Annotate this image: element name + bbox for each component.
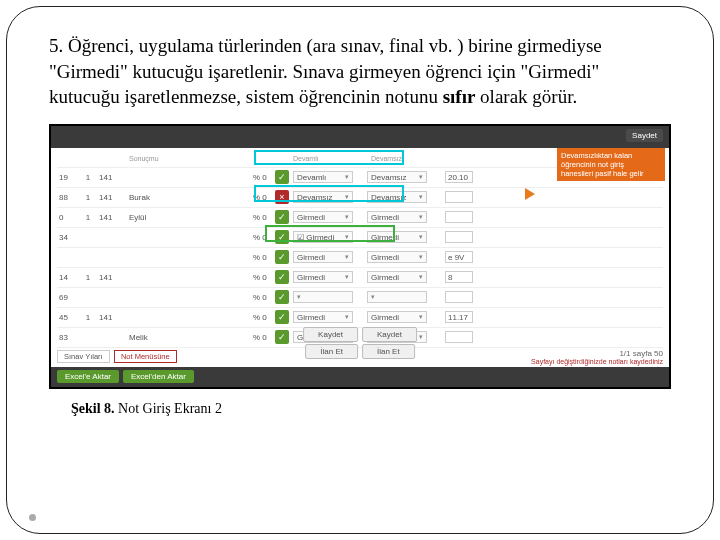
value-box[interactable]: 8 xyxy=(445,271,473,283)
dropdown-1[interactable]: Devamsız▾ xyxy=(293,191,353,203)
value-box[interactable] xyxy=(445,231,473,243)
cell-sn: 0 xyxy=(59,213,77,222)
cell-sn: 83 xyxy=(59,333,77,342)
dropdown-2[interactable]: Girmedi▾ xyxy=(367,271,427,283)
caption-text: Not Giriş Ekranı 2 xyxy=(115,401,222,416)
value-box[interactable]: e 9V xyxy=(445,251,473,263)
cell-pct: % 0 xyxy=(253,333,271,342)
dropdown-1[interactable]: ▾ xyxy=(293,291,353,303)
kaydet-button[interactable]: Kaydet xyxy=(303,327,358,342)
excel-import-button[interactable]: Excel'den Aktar xyxy=(123,370,194,383)
status-badge[interactable]: ✓ xyxy=(275,290,289,304)
pager-text: 1/1 sayfa 50 xyxy=(531,349,663,358)
value-box[interactable] xyxy=(445,291,473,303)
cell-no: 1 xyxy=(81,313,95,322)
status-badge[interactable]: ✓ xyxy=(275,250,289,264)
kaydet-button-2[interactable]: Kaydet xyxy=(362,327,417,342)
cell-id: 141 xyxy=(99,313,125,322)
cell-id: 141 xyxy=(99,193,125,202)
top-save-button[interactable]: Saydet xyxy=(626,129,663,142)
value-box[interactable] xyxy=(445,211,473,223)
cell-id: 141 xyxy=(99,173,125,182)
cell-pct: % 0 xyxy=(253,253,271,262)
cell-id: 141 xyxy=(99,273,125,282)
dropdown-2[interactable]: Girmedi▾ xyxy=(367,211,427,223)
status-badge[interactable]: ✓ xyxy=(275,310,289,324)
cell-pct: % 0 xyxy=(253,233,271,242)
cell-sn: 45 xyxy=(59,313,77,322)
cell-no: 1 xyxy=(81,173,95,182)
dropdown-2[interactable]: Devamsız▾ xyxy=(367,171,427,183)
cell-sn: 19 xyxy=(59,173,77,182)
dropdown-1[interactable]: Girmedi▾ xyxy=(293,211,353,223)
table-row: 34% 0✓☑ Girmedi▾Girmedi▾ xyxy=(57,228,663,248)
tab-sinav[interactable]: Sınav Yıları xyxy=(57,350,110,363)
value-box[interactable] xyxy=(445,331,473,343)
cell-no: 1 xyxy=(81,213,95,222)
warning-callout: Devamsızlıktan kalan öğrencinin not giri… xyxy=(557,148,665,181)
status-badge[interactable]: ✓ xyxy=(275,330,289,344)
table-row: 01141Eylül% 0✓Girmedi▾Girmedi▾ xyxy=(57,208,663,228)
status-badge[interactable]: ✓ xyxy=(275,270,289,284)
footer-hint: Sayfayı değiştirdiğinizde notları kayded… xyxy=(531,358,663,365)
status-badge[interactable]: ✓ xyxy=(275,170,289,184)
dropdown-1[interactable]: ☑ Girmedi▾ xyxy=(293,231,353,243)
instruction-bold: sıfır xyxy=(443,86,476,107)
callout-arrow-icon xyxy=(525,188,535,200)
cell-sn: 14 xyxy=(59,273,77,282)
slide-bullet-icon xyxy=(29,514,36,521)
caption-label: Şekil 8. xyxy=(71,401,115,416)
table-row: 69% 0✓▾▾ xyxy=(57,288,663,308)
table-row: 881141Burak% 0×Devamsız▾Devamsız▾ xyxy=(57,188,663,208)
grade-grid: Devamsızlıktan kalan öğrencinin not giri… xyxy=(51,148,669,338)
grid-footer: Sınav Yıları Not Menüsüne 1/1 sayfa 50 S… xyxy=(57,349,663,365)
bottom-toolbar: Excel'e Aktar Excel'den Aktar xyxy=(51,367,669,387)
cell-pct: % 0 xyxy=(253,313,271,322)
cell-pct: % 0 xyxy=(253,213,271,222)
cell-sn: 69 xyxy=(59,293,77,302)
cell-no: 1 xyxy=(81,273,95,282)
dropdown-1[interactable]: Girmedi▾ xyxy=(293,271,353,283)
status-badge[interactable]: × xyxy=(275,190,289,204)
value-box[interactable]: 20.10 xyxy=(445,171,473,183)
cell-pct: % 0 xyxy=(253,273,271,282)
status-badge[interactable]: ✓ xyxy=(275,210,289,224)
instruction-body-2: olarak görür. xyxy=(475,86,577,107)
value-box[interactable]: 11.17 xyxy=(445,311,473,323)
dropdown-2[interactable]: Girmedi▾ xyxy=(367,251,427,263)
dropdown-1[interactable]: Girmedi▾ xyxy=(293,251,353,263)
cell-pct: % 0 xyxy=(253,173,271,182)
table-row: % 0✓Girmedi▾Girmedi▾e 9V xyxy=(57,248,663,268)
dropdown-1[interactable]: Girmedi▾ xyxy=(293,311,353,323)
screenshot-figure: Saydet Devamsızlıktan kalan öğrencinin n… xyxy=(49,124,671,389)
dropdown-2[interactable]: Devamsız▾ xyxy=(367,191,427,203)
cell-pct: % 0 xyxy=(253,293,271,302)
figure-caption: Şekil 8. Not Giriş Ekranı 2 xyxy=(71,401,671,417)
excel-export-button[interactable]: Excel'e Aktar xyxy=(57,370,119,383)
dropdown-1[interactable]: Devamlı▾ xyxy=(293,171,353,183)
value-box[interactable] xyxy=(445,191,473,203)
cell-name: Burak xyxy=(129,193,249,202)
cell-name: Eylül xyxy=(129,213,249,222)
dropdown-2[interactable]: Girmedi▾ xyxy=(367,311,427,323)
table-row: 141141% 0✓Girmedi▾Girmedi▾8 xyxy=(57,268,663,288)
dropdown-2[interactable]: ▾ xyxy=(367,291,427,303)
table-row: 451141% 0✓Girmedi▾Girmedi▾11.17 xyxy=(57,308,663,328)
step-number: 5. xyxy=(49,35,63,56)
dropdown-2[interactable]: Girmedi▾ xyxy=(367,231,427,243)
cell-name: Melik xyxy=(129,333,249,342)
tab-not-menu[interactable]: Not Menüsüne xyxy=(114,350,177,363)
cell-no: 1 xyxy=(81,193,95,202)
cell-id: 141 xyxy=(99,213,125,222)
instruction-text: 5. Öğrenci, uygulama türlerinden (ara sı… xyxy=(49,33,671,110)
app-topbar: Saydet xyxy=(51,126,669,148)
cell-pct: % 0 xyxy=(253,193,271,202)
status-badge[interactable]: ✓ xyxy=(275,230,289,244)
cell-sn: 88 xyxy=(59,193,77,202)
cell-sn: 34 xyxy=(59,233,77,242)
